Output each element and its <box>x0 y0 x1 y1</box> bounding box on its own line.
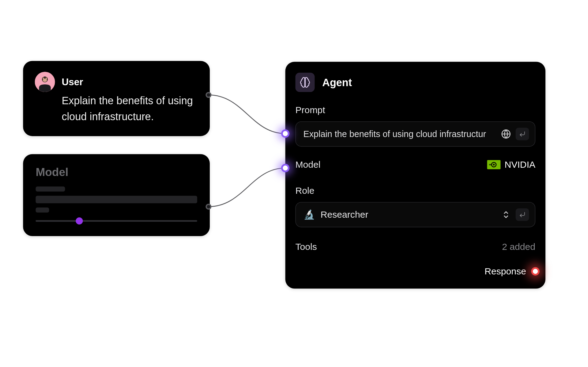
user-title: User <box>62 76 83 88</box>
role-select[interactable]: 🔬 Researcher <box>295 202 535 227</box>
model-label: Model <box>295 159 320 170</box>
placeholder-label <box>36 186 65 191</box>
svg-point-5 <box>43 78 47 82</box>
user-node[interactable]: User Explain the benefits of using cloud… <box>23 61 210 136</box>
tools-label: Tools <box>295 242 317 253</box>
model-output-port[interactable] <box>205 204 211 209</box>
prompt-input[interactable]: Explain the benefits of using cloud infr… <box>295 121 535 147</box>
prompt-value: Explain the benefits of using cloud infr… <box>303 129 496 139</box>
role-value: Researcher <box>321 209 496 220</box>
response-output-port[interactable] <box>531 267 539 275</box>
user-output-port[interactable] <box>205 92 211 98</box>
model-provider-badge[interactable]: NVIDIA <box>487 159 535 170</box>
prompt-input-port[interactable] <box>281 129 289 138</box>
enter-button[interactable] <box>516 208 529 221</box>
tools-count: 2 added <box>502 242 535 253</box>
model-node[interactable]: Model <box>23 154 210 236</box>
user-avatar <box>35 72 55 92</box>
placeholder-label <box>36 208 49 212</box>
placeholder-field <box>36 196 197 203</box>
slider-thumb[interactable] <box>76 217 83 224</box>
model-title: Model <box>36 166 197 179</box>
enter-button[interactable] <box>516 128 529 140</box>
chevron-up-down-icon <box>502 210 510 219</box>
agent-node[interactable]: Agent Prompt Explain the benefits of usi… <box>285 62 545 289</box>
prompt-label: Prompt <box>295 105 535 116</box>
microscope-icon: 🔬 <box>303 209 315 220</box>
role-label: Role <box>295 185 535 196</box>
model-provider-name: NVIDIA <box>505 159 536 170</box>
svg-point-8 <box>493 164 494 165</box>
response-label: Response <box>484 266 526 277</box>
globe-icon <box>500 128 511 140</box>
agent-icon <box>295 73 315 92</box>
model-slider[interactable] <box>36 220 197 222</box>
nvidia-logo-icon <box>487 160 500 169</box>
agent-title: Agent <box>322 76 352 89</box>
model-input-port[interactable] <box>281 164 289 172</box>
user-message: Explain the benefits of using cloud infr… <box>35 93 198 124</box>
